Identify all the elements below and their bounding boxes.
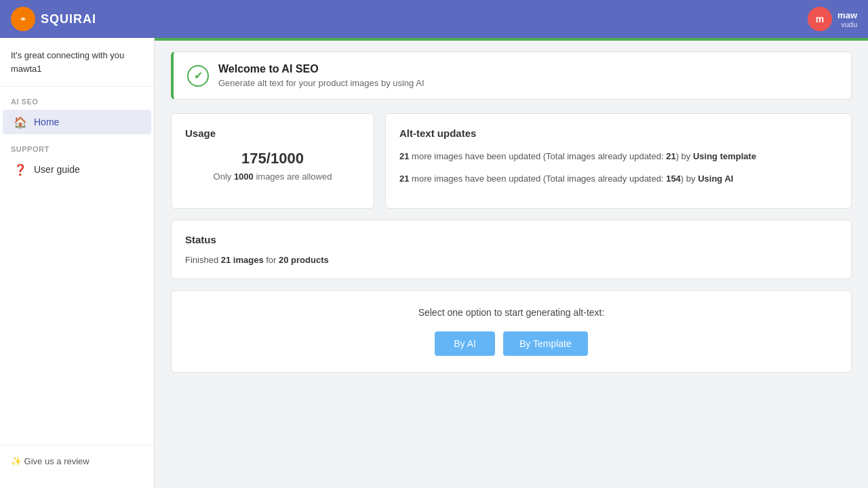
top-accent-bar xyxy=(155,38,868,41)
status-text: Finished 21 images for 20 products xyxy=(185,255,837,265)
welcome-title: Welcome to AI SEO xyxy=(218,63,425,75)
sidebar-home-label: Home xyxy=(34,117,59,127)
generate-label: Select one option to start generating al… xyxy=(418,307,605,318)
logo-area: SQUIRAI xyxy=(11,7,96,31)
generate-section: Select one option to start generating al… xyxy=(171,290,852,373)
alt-updates-card: Alt-text updates 21 more images have bee… xyxy=(385,113,852,209)
check-icon: ✔ xyxy=(187,65,209,87)
main-content: ✔ Welcome to AI SEO Generate alt text fo… xyxy=(155,38,868,488)
cards-row: Usage 175/1000 Only 1000 images are allo… xyxy=(171,113,852,209)
sidebar-bottom: ✨ Give us a review xyxy=(0,445,154,477)
usage-desc-prefix: Only xyxy=(214,171,234,182)
status-card: Status Finished 21 images for 20 product… xyxy=(171,220,852,279)
sidebar-item-user-guide[interactable]: ❓ User guide xyxy=(3,157,151,182)
header: SQUIRAI m maw vudu xyxy=(0,0,868,38)
sidebar-item-home[interactable]: 🏠 Home xyxy=(3,110,151,134)
alt-line2-total: 154 xyxy=(666,174,681,184)
sidebar: It's great connecting with you mawta1 AI… xyxy=(0,38,155,488)
welcome-banner: ✔ Welcome to AI SEO Generate alt text fo… xyxy=(171,52,852,100)
user-name: maw xyxy=(837,10,857,20)
status-images: 21 images xyxy=(221,255,264,265)
welcome-text: Welcome to AI SEO Generate alt text for … xyxy=(218,63,425,88)
alt-line1-count: 21 xyxy=(399,151,409,161)
usage-number: 175/1000 xyxy=(185,150,360,167)
welcome-subtitle: Generate alt text for your product image… xyxy=(218,78,425,88)
logo-icon xyxy=(11,7,35,31)
alt-line2-count: 21 xyxy=(399,174,409,184)
give-review-link[interactable]: ✨ Give us a review xyxy=(11,456,143,466)
sidebar-user-guide-label: User guide xyxy=(34,164,80,175)
alt-updates-title: Alt-text updates xyxy=(399,127,837,139)
usage-card: Usage 175/1000 Only 1000 images are allo… xyxy=(171,113,374,209)
logo-text: SQUIRAI xyxy=(41,12,96,26)
review-link-text: ✨ Give us a review xyxy=(11,456,90,466)
alt-line2-method: Using AI xyxy=(698,174,733,184)
user-sub: vudu xyxy=(837,20,857,28)
ai-seo-section-label: AI SEO xyxy=(0,87,154,110)
avatar: m xyxy=(808,7,832,31)
by-ai-button[interactable]: By AI xyxy=(435,331,495,356)
usage-limit: 1000 xyxy=(234,171,254,182)
alt-line1-total: 21 xyxy=(666,151,675,161)
usage-desc-suffix: images are allowed xyxy=(254,171,332,182)
status-title: Status xyxy=(185,234,837,245)
sidebar-greeting: It's great connecting with you mawta1 xyxy=(0,49,154,87)
status-products: 20 products xyxy=(279,255,329,265)
generate-buttons: By AI By Template xyxy=(435,331,587,356)
usage-title: Usage xyxy=(185,127,360,139)
alt-update-line-1: 21 more images have been updated (Total … xyxy=(399,150,837,164)
user-menu[interactable]: m maw vudu xyxy=(808,7,857,31)
main-layout: It's great connecting with you mawta1 AI… xyxy=(0,38,868,488)
user-info: maw vudu xyxy=(837,10,857,28)
help-icon: ❓ xyxy=(14,163,27,176)
home-icon: 🏠 xyxy=(14,115,27,129)
usage-desc: Only 1000 images are allowed xyxy=(185,171,360,182)
by-template-button[interactable]: By Template xyxy=(503,331,588,356)
support-section-label: SUPPORT xyxy=(0,134,154,157)
alt-line1-method: Using template xyxy=(693,151,756,161)
alt-update-line-2: 21 more images have been updated (Total … xyxy=(399,172,837,186)
